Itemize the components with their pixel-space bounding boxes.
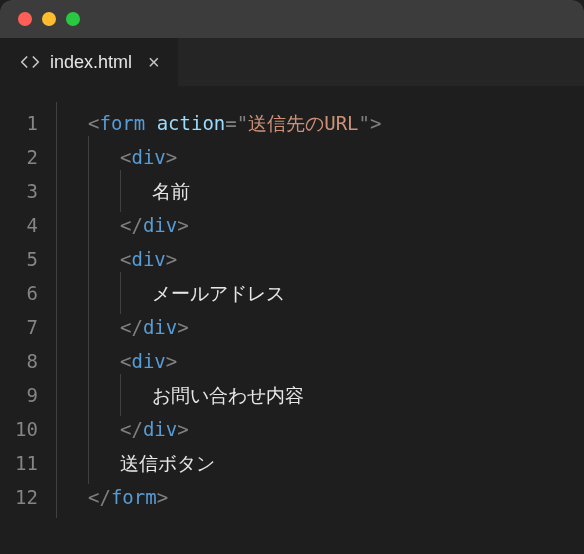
- minimize-window-button[interactable]: [42, 12, 56, 26]
- close-tab-icon[interactable]: ×: [148, 51, 160, 74]
- code-line: </div>: [56, 412, 584, 446]
- line-number: 6: [0, 276, 38, 310]
- tab-filename: index.html: [50, 52, 132, 73]
- line-number: 7: [0, 310, 38, 344]
- code-line: </div>: [56, 208, 584, 242]
- code-file-icon: [20, 52, 40, 72]
- line-number: 8: [0, 344, 38, 378]
- code-line: <form action="送信先のURL">: [56, 106, 584, 140]
- code-line: 送信ボタン: [56, 446, 584, 480]
- editor[interactable]: 1 2 3 4 5 6 7 8 9 10 11 12 <form action=…: [0, 86, 584, 554]
- line-number: 1: [0, 106, 38, 140]
- close-window-button[interactable]: [18, 12, 32, 26]
- code-line: お問い合わせ内容: [56, 378, 584, 412]
- line-number: 11: [0, 446, 38, 480]
- line-number: 5: [0, 242, 38, 276]
- code-line: <div>: [56, 140, 584, 174]
- code-line: <div>: [56, 344, 584, 378]
- maximize-window-button[interactable]: [66, 12, 80, 26]
- code-line: </div>: [56, 310, 584, 344]
- code-line: </form>: [56, 480, 584, 514]
- line-number: 9: [0, 378, 38, 412]
- line-number: 12: [0, 480, 38, 514]
- line-number: 4: [0, 208, 38, 242]
- code-line: メールアドレス: [56, 276, 584, 310]
- code-line: 名前: [56, 174, 584, 208]
- line-number: 3: [0, 174, 38, 208]
- line-number: 10: [0, 412, 38, 446]
- tab-bar: index.html ×: [0, 38, 584, 86]
- tab-index-html[interactable]: index.html ×: [0, 38, 178, 86]
- line-number-gutter: 1 2 3 4 5 6 7 8 9 10 11 12: [0, 106, 56, 554]
- line-number: 2: [0, 140, 38, 174]
- code-area[interactable]: <form action="送信先のURL"> <div> 名前 </div> …: [56, 106, 584, 554]
- code-line: <div>: [56, 242, 584, 276]
- window-titlebar: [0, 0, 584, 38]
